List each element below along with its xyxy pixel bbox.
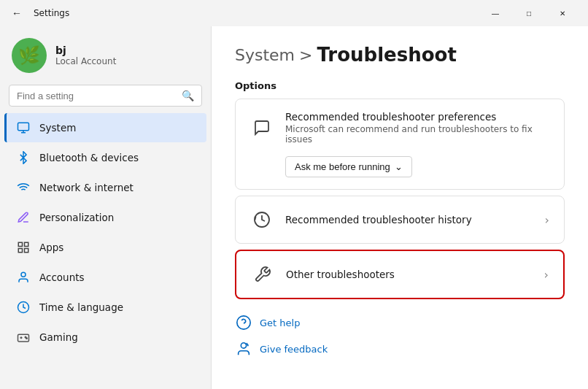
svg-point-13 [241,343,246,348]
breadcrumb: System > Troubleshoot [235,44,565,66]
chat-icon [250,116,274,139]
chevron-down-icon: ⌄ [395,161,403,172]
give-feedback-link[interactable]: Give feedback [235,340,565,358]
ask-before-running-dropdown[interactable]: Ask me before running ⌄ [285,156,412,177]
breadcrumb-separator: > [299,46,312,64]
back-button[interactable]: ← [9,4,25,22]
recommended-history-content: Recommended troubleshooter history [285,214,533,226]
network-icon [16,180,31,195]
sidebar-item-time[interactable]: Time & language [4,293,206,322]
recommended-prefs-action: Ask me before running ⌄ [236,156,564,189]
section-label: Options [235,80,565,91]
recommended-prefs-item[interactable]: Recommended troubleshooter preferences M… [236,99,564,156]
sidebar-item-network[interactable]: Network & internet [4,173,206,202]
recommended-prefs-card: Recommended troubleshooter preferences M… [235,99,565,190]
other-troubleshooters-card: Other troubleshooters › [235,250,565,299]
apps-icon [16,240,31,255]
search-box[interactable]: 🔍 [9,85,202,107]
other-troubleshooters-content: Other troubleshooters [286,269,533,280]
recommended-history-card: Recommended troubleshooter history › [235,196,565,244]
user-account-type: Local Account [55,56,116,66]
svg-rect-2 [25,242,28,246]
search-input[interactable] [17,90,176,101]
recommended-prefs-content: Recommended troubleshooter preferences M… [285,111,549,145]
recommended-prefs-title: Recommended troubleshooter preferences [285,111,549,123]
get-help-link[interactable]: Get help [235,314,565,331]
app-title: Settings [34,8,69,18]
minimize-button[interactable]: — [479,0,512,26]
svg-point-9 [26,338,28,339]
get-help-label[interactable]: Get help [260,317,300,328]
sidebar-item-label-personalization: Personalization [39,212,114,223]
svg-point-5 [21,272,26,277]
gaming-icon [16,330,31,344]
wrench-icon [251,263,274,286]
sidebar-item-bluetooth[interactable]: Bluetooth & devices [4,143,206,172]
sidebar-item-label-gaming: Gaming [39,331,78,343]
recommended-prefs-desc: Microsoft can recommend and run troubles… [285,124,549,145]
history-icon [250,208,274,231]
other-troubleshooters-item[interactable]: Other troubleshooters › [236,251,563,298]
dropdown-label: Ask me before running [295,161,390,172]
title-bar-left: ← Settings [9,4,69,22]
get-help-icon [235,314,252,331]
sidebar-item-personalization[interactable]: Personalization [4,203,206,232]
sidebar: 🌿 bj Local Account 🔍 System [0,26,212,389]
title-bar: ← Settings — □ ✕ [0,0,588,26]
sidebar-item-label-accounts: Accounts [39,271,85,283]
avatar-icon: 🌿 [18,45,40,66]
time-icon [16,300,31,315]
breadcrumb-parent: System [235,46,295,64]
svg-rect-4 [18,249,22,253]
sidebar-item-label-network: Network & internet [39,182,134,193]
main-content: System > Troubleshoot Options Recommende… [212,26,588,389]
window-controls: — □ ✕ [479,0,579,26]
svg-point-11 [237,316,250,329]
user-info: bj Local Account [55,45,116,66]
sidebar-item-apps[interactable]: Apps [4,233,206,262]
sidebar-item-accounts[interactable]: Accounts [4,263,206,292]
recommended-history-title: Recommended troubleshooter history [285,214,533,226]
accounts-icon [16,270,31,285]
chevron-right-icon-2: › [544,268,549,282]
app-body: 🌿 bj Local Account 🔍 System [0,26,588,389]
sidebar-item-gaming[interactable]: Gaming [4,323,206,352]
personalization-icon [16,210,31,225]
other-troubleshooters-title: Other troubleshooters [286,269,533,280]
nav-list: System Bluetooth & devices Network & int… [0,112,211,389]
give-feedback-icon [235,340,252,358]
sidebar-item-system[interactable]: System [4,113,206,142]
sidebar-item-label-system: System [39,122,76,134]
give-feedback-label[interactable]: Give feedback [260,344,328,355]
system-icon [16,120,31,135]
search-icon: 🔍 [182,90,194,101]
links-section: Get help Give feedback [235,314,565,358]
sidebar-item-label-bluetooth: Bluetooth & devices [39,152,139,163]
sidebar-item-label-time: Time & language [39,301,123,313]
recommended-history-item[interactable]: Recommended troubleshooter history › [236,196,564,243]
avatar: 🌿 [12,38,47,73]
svg-rect-0 [18,123,29,131]
user-name: bj [55,45,116,56]
svg-rect-1 [18,242,22,246]
user-profile: 🌿 bj Local Account [0,32,211,85]
page-title: Troubleshoot [317,44,456,66]
maximize-button[interactable]: □ [512,0,546,26]
close-button[interactable]: ✕ [546,0,579,26]
chevron-right-icon: › [545,213,549,227]
bluetooth-icon [16,150,31,165]
svg-rect-3 [25,249,28,253]
sidebar-item-label-apps: Apps [39,242,63,253]
